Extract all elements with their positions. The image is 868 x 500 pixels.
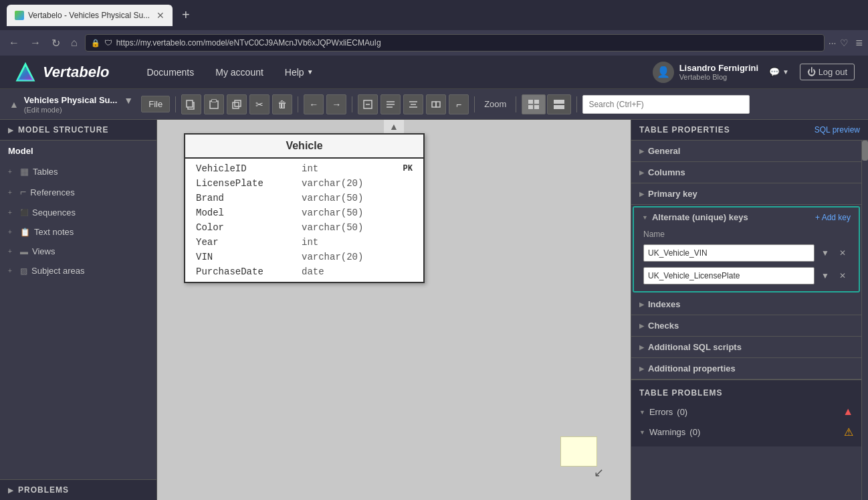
home-btn[interactable]: ⌂: [68, 35, 81, 50]
doc-dropdown-icon[interactable]: ▼: [124, 95, 133, 106]
key-delete-0[interactable]: ✕: [836, 246, 849, 260]
sidebar-item-views[interactable]: + ▬ Views: [0, 242, 156, 261]
alt-keys-header[interactable]: Alternate (unique) keys + Add key: [634, 207, 859, 227]
doc-mode: (Edit mode): [24, 106, 133, 114]
table-header: Vehicle: [185, 135, 423, 159]
panel-scrollbar[interactable]: [861, 141, 868, 500]
delete-btn[interactable]: 🗑: [272, 94, 292, 114]
zoom-label: Zoom: [480, 99, 510, 109]
comment-icon: 💬: [769, 67, 780, 77]
redo-btn[interactable]: →: [326, 94, 346, 114]
sidebar-item-text-notes[interactable]: + 📋 Text notes: [0, 222, 156, 242]
separator-5: [516, 96, 516, 112]
col-type-4: varchar(50): [302, 222, 413, 233]
new-tab-btn[interactable]: +: [178, 7, 194, 23]
checks-header[interactable]: Checks: [631, 315, 861, 336]
table-row: VehicleID int PK: [185, 161, 423, 176]
section-alt-keys: Alternate (unique) keys + Add key Name ▼…: [633, 206, 860, 293]
panel-main: General Columns Primary key: [631, 141, 861, 500]
key-input-1[interactable]: [643, 267, 815, 284]
canvas-resize-icon[interactable]: ↙: [594, 465, 604, 480]
canvas-scroll-up[interactable]: ▲: [384, 120, 404, 133]
doc-title: Vehicles Physical Su...: [24, 95, 117, 105]
address-bar[interactable]: 🔒 🛡 https://my.vertabelo.com/model/eNTvC…: [85, 34, 825, 52]
key-delete-1[interactable]: ✕: [836, 269, 849, 282]
sidebar-item-sequences[interactable]: + ⬛ Sequences: [0, 203, 156, 222]
key-dropdown-0[interactable]: ▼: [819, 246, 832, 260]
key-input-0[interactable]: [643, 244, 815, 262]
general-header[interactable]: General: [631, 141, 861, 161]
sidebar-item-subject-areas[interactable]: + ▨ Subject areas: [0, 261, 156, 280]
separator-6: [576, 96, 577, 112]
view-grid-btn[interactable]: [522, 94, 546, 114]
table-row: Year int: [185, 235, 423, 250]
copy-btn[interactable]: [181, 94, 201, 114]
columns-header[interactable]: Columns: [631, 162, 861, 183]
col-name-6: VIN: [196, 252, 296, 262]
nav-documents[interactable]: Documents: [136, 56, 205, 89]
view-toggle: [522, 94, 571, 114]
sidebar-collapse-icon[interactable]: ▶: [8, 127, 14, 134]
forward-btn[interactable]: →: [27, 35, 44, 50]
sidebar-item-tables[interactable]: + ▦ Tables: [0, 161, 156, 181]
view-split-btn[interactable]: [547, 94, 571, 114]
pk-header[interactable]: Primary key: [631, 183, 861, 204]
problems-section[interactable]: ▶ PROBLEMS: [0, 479, 156, 500]
browser-tab[interactable]: Vertabelo - Vehicles Physical Su... ✕: [7, 5, 173, 26]
canvas[interactable]: ▲ Vehicle VehicleID int PK LicensePlate …: [157, 120, 631, 500]
nav-help[interactable]: Help ▼: [274, 56, 324, 89]
browser-menu-btn[interactable]: ≡: [855, 36, 863, 50]
comment-btn[interactable]: 💬 ▼: [769, 67, 789, 77]
tab-close-btn[interactable]: ✕: [156, 10, 165, 21]
db-table[interactable]: Vehicle VehicleID int PK LicensePlate va…: [184, 133, 425, 283]
key-dropdown-1[interactable]: ▼: [819, 269, 832, 282]
nav-actions: ··· ♡ ≡: [829, 36, 863, 50]
edit-btn[interactable]: [358, 94, 378, 114]
ref-icon: ⌐: [20, 186, 26, 198]
sql-preview-tab[interactable]: SQL preview: [815, 125, 860, 135]
back-btn[interactable]: ←: [5, 35, 23, 50]
format-btn[interactable]: [426, 94, 446, 114]
file-btn[interactable]: File: [141, 96, 170, 112]
refresh-btn[interactable]: ↻: [48, 35, 64, 51]
model-label: Model: [0, 141, 156, 161]
errors-item[interactable]: Errors (0) ▲: [631, 402, 861, 422]
separator-4: [474, 96, 475, 112]
key-input-row-0: ▼ ✕: [634, 242, 859, 264]
checks-arrow: [639, 322, 644, 329]
align-center-btn[interactable]: [403, 94, 423, 114]
tab-label: Vertabelo - Vehicles Physical Su...: [28, 11, 150, 20]
table-row: LicensePlate varchar(20): [185, 176, 423, 191]
tables-expand-icon: +: [8, 168, 16, 175]
additional-sql-label: Additional SQL scripts: [648, 342, 742, 352]
search-input[interactable]: [582, 95, 750, 114]
nav-my-account[interactable]: My account: [205, 56, 274, 89]
separator-3: [352, 96, 352, 112]
sidebar-item-references[interactable]: + ⌐ References: [0, 181, 156, 203]
col-name-4: Color: [196, 222, 296, 233]
separator-2: [298, 96, 298, 112]
sidebar: ▶ MODEL STRUCTURE Model + ▦ Tables + ⌐ R…: [0, 120, 157, 500]
corner-btn[interactable]: ⌐: [449, 94, 469, 114]
logout-btn[interactable]: ⏻ Log out: [800, 64, 855, 80]
errors-count: (0): [677, 407, 687, 417]
indexes-header[interactable]: Indexes: [631, 294, 861, 315]
bookmark-icon[interactable]: ♡: [840, 37, 849, 48]
warnings-item[interactable]: Warnings (0) ⚠: [631, 422, 861, 442]
paste-btn[interactable]: [204, 94, 224, 114]
svg-rect-23: [554, 100, 564, 104]
more-btn[interactable]: ···: [829, 37, 837, 48]
additional-sql-header[interactable]: Additional SQL scripts: [631, 337, 861, 357]
col-type-1: varchar(20): [302, 178, 413, 189]
duplicate-btn[interactable]: [227, 94, 247, 114]
canvas-inner: Vehicle VehicleID int PK LicensePlate va…: [184, 133, 425, 283]
note-icon: 📋: [20, 228, 30, 237]
col-name-2: Brand: [196, 193, 296, 203]
add-key-btn[interactable]: + Add key: [815, 213, 851, 222]
additional-props-header[interactable]: Additional properties: [631, 358, 861, 379]
views-expand-icon: +: [8, 248, 16, 255]
comment-dropdown-icon: ▼: [782, 68, 789, 76]
align-left-btn[interactable]: [381, 94, 401, 114]
cut-btn[interactable]: ✂: [249, 94, 269, 114]
undo-btn[interactable]: ←: [304, 94, 324, 114]
